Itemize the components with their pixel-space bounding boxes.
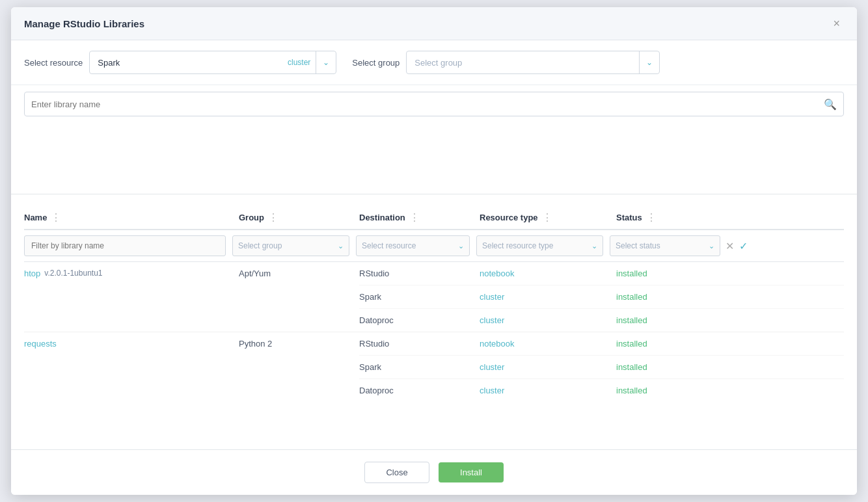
dialog-title: Manage RStudio Libraries <box>24 18 144 29</box>
col-header-resource-type: Resource type ⋮ <box>480 211 616 224</box>
filter-resource-type-select[interactable]: Select resource type ⌄ <box>476 235 603 256</box>
col-header-destination: Destination ⋮ <box>359 211 480 224</box>
data-table: htop v.2.0.1-1ubuntu1 Apt/Yum RStudio Sp… <box>24 262 844 402</box>
row-requests-rtype-cell: notebook cluster cluster <box>480 332 616 402</box>
filter-actions: ✕ ✓ <box>726 240 748 252</box>
col-dest-menu-icon[interactable]: ⋮ <box>409 211 420 224</box>
dest-item: RStudio <box>359 332 480 356</box>
dest-item: Datoproc <box>359 379 480 402</box>
filter-group-chevron-icon: ⌄ <box>338 242 344 250</box>
dialog-body: Select resource Spark cluster ⌄ Select g… <box>11 40 857 449</box>
status-item: installed <box>616 379 844 402</box>
col-name-label: Name <box>24 213 47 222</box>
filter-resource-type-chevron-icon: ⌄ <box>591 242 597 250</box>
select-resource-label: Select resource <box>24 58 83 68</box>
resource-dropdown-value: Spark <box>90 58 282 68</box>
lib-name-htop[interactable]: htop <box>24 269 40 278</box>
col-rtype-label: Resource type <box>480 213 538 222</box>
resource-badge: cluster <box>282 58 316 67</box>
filter-apply-button[interactable]: ✓ <box>739 240 748 252</box>
table-row: requests Python 2 RStudio Spark Datoproc… <box>24 332 844 402</box>
row-htop-group-cell: Apt/Yum <box>239 262 359 332</box>
col-rtype-menu-icon[interactable]: ⋮ <box>542 211 552 224</box>
col-header-status: Status ⋮ <box>616 211 844 224</box>
filter-resource-chevron-icon: ⌄ <box>458 242 464 250</box>
manage-rstudio-libraries-dialog: Manage RStudio Libraries × Select resour… <box>11 7 857 495</box>
status-item: installed <box>616 332 844 356</box>
group-dropdown-placeholder: Select group <box>407 58 639 68</box>
dialog-header: Manage RStudio Libraries × <box>11 7 857 40</box>
rtype-item: notebook <box>480 262 616 285</box>
search-icon: 🔍 <box>824 98 837 111</box>
status-item: installed <box>616 285 844 309</box>
filter-resource-placeholder: Select resource <box>362 241 416 250</box>
filter-row: Select group ⌄ Select resource ⌄ Select … <box>24 230 844 262</box>
filter-group-placeholder: Select group <box>238 241 282 250</box>
dest-item: Datoproc <box>359 309 480 332</box>
status-item: installed <box>616 356 844 379</box>
col-status-label: Status <box>616 213 642 222</box>
row-requests-name-cell: requests <box>24 332 239 402</box>
row-htop-name-cell: htop v.2.0.1-1ubuntu1 <box>24 262 239 332</box>
col-header-group: Group ⋮ <box>239 211 359 224</box>
rtype-item: notebook <box>480 332 616 356</box>
dialog-footer: Close Install <box>11 449 857 495</box>
dest-item: RStudio <box>359 262 480 285</box>
row-requests-group-cell: Python 2 <box>239 332 359 402</box>
filter-resource-select[interactable]: Select resource ⌄ <box>356 235 470 256</box>
top-controls: Select resource Spark cluster ⌄ Select g… <box>11 40 857 85</box>
col-status-menu-icon[interactable]: ⋮ <box>646 211 657 224</box>
filter-resource-type-placeholder: Select resource type <box>482 241 553 250</box>
resource-dropdown[interactable]: Spark cluster ⌄ <box>89 51 336 74</box>
filter-clear-button[interactable]: ✕ <box>726 240 734 252</box>
select-group-group: Select group Select group ⌄ <box>352 51 660 74</box>
status-item: installed <box>616 262 844 285</box>
table-header: Name ⋮ Group ⋮ Destination ⋮ Resource ty… <box>24 205 844 230</box>
dest-item: Spark <box>359 356 480 379</box>
select-resource-group: Select resource Spark cluster ⌄ <box>24 51 336 74</box>
filter-status-chevron-icon: ⌄ <box>709 242 714 250</box>
resource-dropdown-chevron[interactable]: ⌄ <box>316 51 336 73</box>
col-header-name: Name ⋮ <box>24 211 239 224</box>
filter-library-name-input[interactable] <box>24 235 226 256</box>
group-dropdown[interactable]: Select group ⌄ <box>406 51 660 74</box>
table-row: htop v.2.0.1-1ubuntu1 Apt/Yum RStudio Sp… <box>24 262 844 332</box>
search-spacer <box>11 116 857 194</box>
lib-version-htop: v.2.0.1-1ubuntu1 <box>44 269 102 278</box>
close-button[interactable]: Close <box>364 462 429 483</box>
lib-name-requests[interactable]: requests <box>24 339 57 349</box>
row-htop-status-cell: installed installed installed <box>616 262 844 332</box>
dialog-close-button[interactable]: × <box>829 16 844 31</box>
filter-status-select[interactable]: Select status ⌄ <box>610 235 720 256</box>
rtype-item: cluster <box>480 379 616 402</box>
rtype-item: cluster <box>480 285 616 309</box>
row-requests-status-cell: installed installed installed <box>616 332 844 402</box>
dest-item: Spark <box>359 285 480 309</box>
select-group-label: Select group <box>352 58 400 68</box>
install-button[interactable]: Install <box>439 462 504 482</box>
col-group-menu-icon[interactable]: ⋮ <box>268 211 278 224</box>
search-bar: 🔍 <box>24 92 844 116</box>
status-item: installed <box>616 309 844 332</box>
search-bar-wrap: 🔍 <box>11 85 857 116</box>
table-section: Name ⋮ Group ⋮ Destination ⋮ Resource ty… <box>11 194 857 449</box>
library-name-search-input[interactable] <box>31 99 824 109</box>
group-dropdown-chevron[interactable]: ⌄ <box>639 51 659 73</box>
col-group-label: Group <box>239 213 264 222</box>
row-htop-dest-cell: RStudio Spark Datoproc <box>359 262 480 332</box>
rtype-item: cluster <box>480 356 616 379</box>
col-name-menu-icon[interactable]: ⋮ <box>51 211 61 224</box>
col-dest-label: Destination <box>359 213 405 222</box>
filter-status-placeholder: Select status <box>616 241 660 250</box>
filter-group-select[interactable]: Select group ⌄ <box>232 235 349 256</box>
row-requests-dest-cell: RStudio Spark Datoproc <box>359 332 480 402</box>
row-htop-rtype-cell: notebook cluster cluster <box>480 262 616 332</box>
rtype-item: cluster <box>480 309 616 332</box>
